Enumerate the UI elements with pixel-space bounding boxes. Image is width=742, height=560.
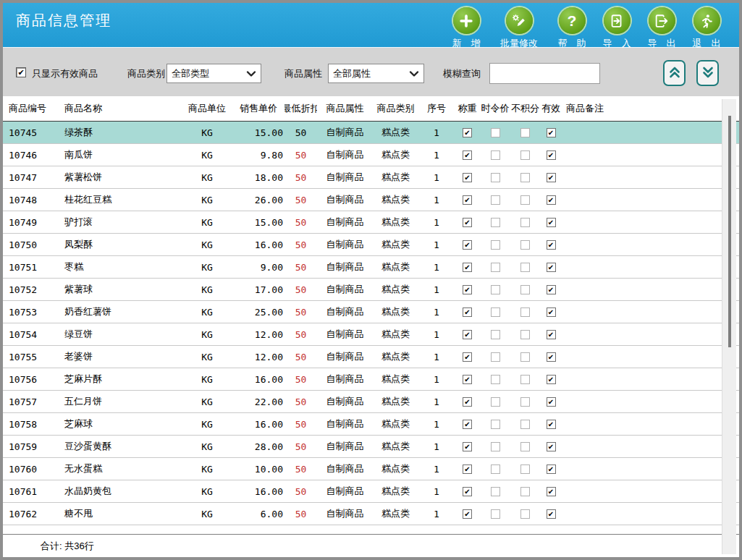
batch-edit-button[interactable]: 批量修改 xyxy=(489,7,549,50)
weigh-checkbox[interactable] xyxy=(463,487,472,496)
seasonal-price-checkbox[interactable] xyxy=(491,285,500,294)
seasonal-price-checkbox[interactable] xyxy=(491,397,500,407)
table-row[interactable]: 10745绿茶酥KG15.0050自制商品糕点类1 xyxy=(3,122,739,144)
seasonal-price-checkbox[interactable] xyxy=(491,352,500,362)
seasonal-price-checkbox[interactable] xyxy=(491,173,500,182)
attribute-select[interactable]: 全部属性 xyxy=(328,64,424,83)
weigh-checkbox[interactable] xyxy=(463,330,472,339)
import-button[interactable]: 导 入 xyxy=(594,7,639,50)
no-points-checkbox[interactable] xyxy=(520,128,530,137)
no-points-checkbox[interactable] xyxy=(520,195,530,205)
weigh-checkbox[interactable] xyxy=(463,173,472,182)
vertical-scrollbar[interactable] xyxy=(722,99,736,554)
table-row[interactable]: 10754绿豆饼KG12.0050自制商品糕点类1 xyxy=(3,323,739,346)
column-header[interactable]: 商品名称 xyxy=(59,96,182,121)
weigh-checkbox[interactable] xyxy=(463,464,472,474)
export-button[interactable]: 导 出 xyxy=(639,7,684,50)
no-points-checkbox[interactable] xyxy=(520,487,530,496)
seasonal-price-checkbox[interactable] xyxy=(491,442,500,451)
no-points-checkbox[interactable] xyxy=(520,307,530,317)
seasonal-price-checkbox[interactable] xyxy=(491,487,500,496)
no-points-checkbox[interactable] xyxy=(520,352,530,362)
column-header[interactable]: 不积分 xyxy=(510,96,540,121)
column-header[interactable]: 最低折扣 xyxy=(284,96,317,121)
valid-checkbox[interactable] xyxy=(547,375,556,384)
seasonal-price-checkbox[interactable] xyxy=(491,307,500,317)
table-row[interactable]: 10756芝麻片酥KG16.0050自制商品糕点类1 xyxy=(3,368,739,391)
column-header[interactable]: 商品属性 xyxy=(317,96,373,121)
column-header[interactable]: 商品单位 xyxy=(182,96,232,121)
weigh-checkbox[interactable] xyxy=(463,128,472,137)
table-row[interactable]: 10760无水蛋糕KG10.0050自制商品糕点类1 xyxy=(3,458,739,480)
seasonal-price-checkbox[interactable] xyxy=(491,150,500,160)
page-down-button[interactable] xyxy=(696,60,719,86)
column-header[interactable]: 有效 xyxy=(540,96,562,121)
seasonal-price-checkbox[interactable] xyxy=(491,464,500,474)
seasonal-price-checkbox[interactable] xyxy=(491,263,500,272)
valid-checkbox[interactable] xyxy=(547,420,556,429)
weigh-checkbox[interactable] xyxy=(463,285,472,294)
valid-checkbox[interactable] xyxy=(547,218,556,227)
weigh-checkbox[interactable] xyxy=(463,442,472,451)
no-points-checkbox[interactable] xyxy=(520,442,530,451)
scrollbar-thumb[interactable] xyxy=(728,116,731,347)
valid-checkbox[interactable] xyxy=(547,240,556,250)
weigh-checkbox[interactable] xyxy=(463,375,472,384)
no-points-checkbox[interactable] xyxy=(520,330,530,339)
table-row[interactable]: 10758芝麻球KG16.0050自制商品糕点类1 xyxy=(3,413,739,436)
seasonal-price-checkbox[interactable] xyxy=(491,195,500,205)
seasonal-price-checkbox[interactable] xyxy=(491,128,500,137)
table-row[interactable]: 10759豆沙蛋黄酥KG28.0050自制商品糕点类1 xyxy=(3,436,739,458)
no-points-checkbox[interactable] xyxy=(520,240,530,250)
show-valid-only-checkbox[interactable] xyxy=(16,67,26,77)
no-points-checkbox[interactable] xyxy=(520,464,530,474)
seasonal-price-checkbox[interactable] xyxy=(491,509,500,519)
weigh-checkbox[interactable] xyxy=(463,150,472,160)
table-row[interactable]: 10752紫薯球KG17.0050自制商品糕点类1 xyxy=(3,279,739,301)
column-header[interactable]: 序号 xyxy=(418,96,455,121)
table-row[interactable]: 10748桂花红豆糕KG26.0050自制商品糕点类1 xyxy=(3,189,739,211)
table-row[interactable]: 10755老婆饼KG12.0050自制商品糕点类1 xyxy=(3,346,739,368)
valid-checkbox[interactable] xyxy=(547,464,556,474)
seasonal-price-checkbox[interactable] xyxy=(491,240,500,250)
table-row[interactable]: 10761水晶奶黄包KG16.0050自制商品糕点类1 xyxy=(3,480,739,503)
category-select[interactable]: 全部类型 xyxy=(166,64,261,83)
no-points-checkbox[interactable] xyxy=(520,173,530,182)
valid-checkbox[interactable] xyxy=(547,263,556,272)
no-points-checkbox[interactable] xyxy=(520,285,530,294)
column-header[interactable]: 销售单价 xyxy=(232,96,284,121)
column-header[interactable]: 商品备注 xyxy=(562,96,739,121)
weigh-checkbox[interactable] xyxy=(463,352,472,362)
table-row[interactable]: 10747紫薯松饼KG18.0050自制商品糕点类1 xyxy=(3,166,739,189)
table-row[interactable]: 10749驴打滚KG15.0050自制商品糕点类1 xyxy=(3,211,739,234)
seasonal-price-checkbox[interactable] xyxy=(491,420,500,429)
no-points-checkbox[interactable] xyxy=(520,509,530,519)
seasonal-price-checkbox[interactable] xyxy=(491,330,500,339)
valid-checkbox[interactable] xyxy=(547,487,556,496)
page-up-button[interactable] xyxy=(663,60,686,86)
valid-checkbox[interactable] xyxy=(547,509,556,519)
weigh-checkbox[interactable] xyxy=(463,218,472,227)
table-row[interactable]: 10757五仁月饼KG22.0050自制商品糕点类1 xyxy=(3,391,739,413)
no-points-checkbox[interactable] xyxy=(520,263,530,272)
valid-checkbox[interactable] xyxy=(547,285,556,294)
valid-checkbox[interactable] xyxy=(547,330,556,339)
no-points-checkbox[interactable] xyxy=(520,397,530,407)
weigh-checkbox[interactable] xyxy=(463,263,472,272)
valid-checkbox[interactable] xyxy=(547,352,556,362)
weigh-checkbox[interactable] xyxy=(463,420,472,429)
column-header[interactable]: 商品类别 xyxy=(373,96,418,121)
weigh-checkbox[interactable] xyxy=(463,397,472,407)
table-row[interactable]: 10746南瓜饼KG9.8050自制商品糕点类1 xyxy=(3,144,739,166)
table-row[interactable]: 10750凤梨酥KG16.0050自制商品糕点类1 xyxy=(3,234,739,256)
no-points-checkbox[interactable] xyxy=(520,150,530,160)
no-points-checkbox[interactable] xyxy=(520,375,530,384)
column-header[interactable]: 时令价 xyxy=(480,96,510,121)
weigh-checkbox[interactable] xyxy=(463,509,472,519)
table-row[interactable]: 10753奶香红薯饼KG25.0050自制商品糕点类1 xyxy=(3,301,739,323)
weigh-checkbox[interactable] xyxy=(463,240,472,250)
fuzzy-search-input[interactable] xyxy=(489,63,600,84)
valid-checkbox[interactable] xyxy=(547,442,556,451)
column-header[interactable]: 称重 xyxy=(455,96,480,121)
weigh-checkbox[interactable] xyxy=(463,195,472,205)
